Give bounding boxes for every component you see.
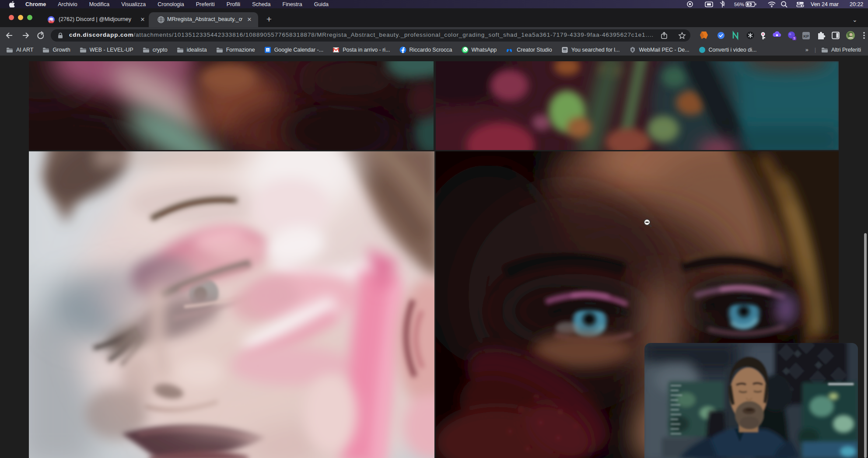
svg-text:20:22: 20:22 [850,1,863,7]
svg-text:56%: 56% [734,2,744,7]
svg-text:5: 5 [794,37,795,40]
svg-text:31: 31 [266,48,270,51]
svg-text:KP: KP [803,34,809,38]
svg-text:2.7K: 2.7K [49,20,54,22]
svg-text:Ven 24 mar: Ven 24 mar [811,1,839,7]
